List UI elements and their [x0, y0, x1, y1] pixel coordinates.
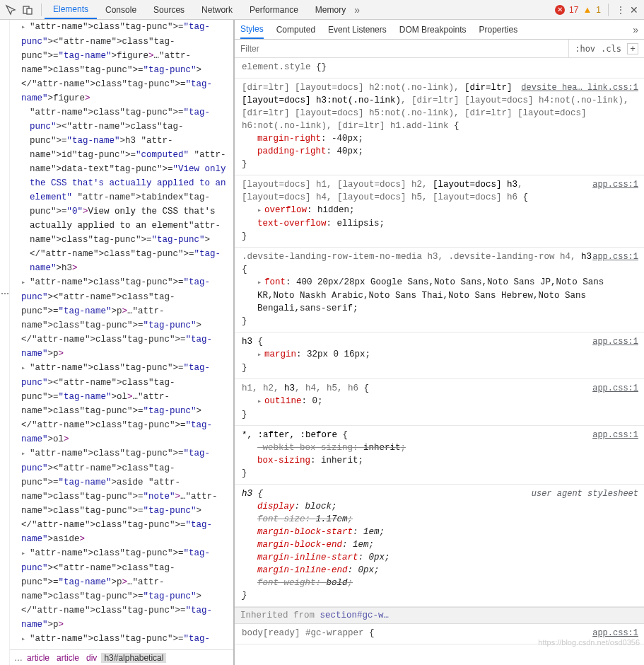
- cls-toggle[interactable]: .cls: [601, 44, 621, 54]
- warning-count[interactable]: 1: [596, 5, 601, 15]
- css-decl[interactable]: outline: 0;: [257, 395, 638, 408]
- css-source-link[interactable]: app.css:1: [592, 250, 638, 263]
- css-decl[interactable]: text-overflow: ellipsis;: [257, 217, 638, 230]
- crumb[interactable]: article: [54, 653, 82, 663]
- styles-list[interactable]: element.style {}devsite_hea…_link.css:1[…: [235, 58, 644, 665]
- inspect-icon[interactable]: [4, 4, 17, 16]
- css-source-link[interactable]: app.css:1: [592, 627, 638, 640]
- dom-node[interactable]: "attr-name">class"tag-punc">="tag-punc">…: [10, 361, 233, 446]
- stab-event-listeners[interactable]: Event Listeners: [328, 20, 387, 39]
- css-rule[interactable]: devsite_hea…_link.css:1[dir=ltr] [layout…: [235, 79, 644, 175]
- css-rule[interactable]: element.style {}: [235, 58, 644, 79]
- css-decl[interactable]: overflow: hidden;: [257, 204, 638, 217]
- stab-computed[interactable]: Computed: [276, 20, 315, 39]
- css-source-link[interactable]: app.css:1: [592, 335, 638, 348]
- css-source-link[interactable]: app.css:1: [592, 178, 638, 191]
- css-rule[interactable]: app.css:1h1, h2, h3, h4, h5, h6 {outline…: [235, 379, 644, 426]
- css-decl[interactable]: padding-right: 40px;: [257, 145, 638, 158]
- dom-node[interactable]: "attr-name">class"tag-punc">="tag-punc">…: [10, 275, 233, 361]
- css-decl[interactable]: -webkit-box-sizing: inherit;: [257, 441, 638, 454]
- css-rule[interactable]: user agent stylesheeth3 {display: block;…: [235, 485, 644, 607]
- css-rule[interactable]: app.css:1body[ready] #gc-wrapper {: [235, 624, 644, 644]
- tab-console[interactable]: Console: [97, 0, 145, 19]
- warning-icon[interactable]: ▲: [582, 4, 592, 15]
- device-toggle-icon[interactable]: [21, 4, 34, 16]
- elements-tree-pane: "attr-name">class"tag-punc">="tag-punc">…: [10, 20, 235, 665]
- css-decl[interactable]: margin: 32px 0 16px;: [257, 348, 638, 362]
- css-rule[interactable]: app.css:1[layout=docs] h1, [layout=docs]…: [235, 175, 644, 248]
- dom-overflow-icon[interactable]: ⋯: [1, 289, 9, 299]
- dom-node[interactable]: "attr-name">class"tag-punc">="tag-punc">…: [10, 632, 233, 649]
- css-rule[interactable]: app.css:1*, :after, :before {-webkit-box…: [235, 426, 644, 485]
- styles-filter-input[interactable]: [235, 40, 568, 57]
- menu-dots-icon[interactable]: ⋮: [616, 4, 626, 16]
- css-decl[interactable]: font: 400 20px/28px Google Sans,Noto San…: [257, 276, 638, 315]
- crumb[interactable]: div: [83, 653, 100, 663]
- css-source-link[interactable]: app.css:1: [592, 429, 638, 441]
- crumb-selected[interactable]: h3#alphabetical: [101, 653, 166, 663]
- css-decl[interactable]: box-sizing: inherit;: [257, 454, 638, 467]
- styles-tabs: Styles Computed Event Listeners DOM Brea…: [235, 20, 644, 40]
- crumb-ellipsis[interactable]: …: [14, 653, 23, 663]
- tab-network[interactable]: Network: [193, 0, 241, 19]
- tab-performance[interactable]: Performance: [241, 0, 307, 19]
- dom-node[interactable]: "attr-name">class"tag-punc">="tag-punc">…: [10, 105, 233, 275]
- styles-filter-row: :hov .cls +: [235, 40, 644, 58]
- tab-sources[interactable]: Sources: [145, 0, 193, 19]
- main-tabs: Elements Console Sources Network Perform…: [45, 0, 555, 19]
- inherited-from-bar: Inherited from section#gc-w…: [235, 607, 644, 624]
- error-count[interactable]: 17: [569, 5, 578, 15]
- crumb[interactable]: article: [24, 653, 52, 663]
- css-source-link[interactable]: user agent stylesheet: [532, 487, 638, 500]
- more-stabs-icon[interactable]: »: [633, 24, 638, 35]
- new-rule-button[interactable]: +: [627, 43, 638, 54]
- styles-pane: Styles Computed Event Listeners DOM Brea…: [235, 20, 644, 665]
- dom-node[interactable]: "attr-name">class"tag-punc">="tag-punc">…: [10, 20, 233, 105]
- error-count-icon[interactable]: ✕: [555, 5, 565, 15]
- stab-dom-breakpoints[interactable]: DOM Breakpoints: [399, 20, 467, 39]
- dom-node[interactable]: "attr-name">class"tag-punc">="tag-punc">…: [10, 546, 233, 632]
- css-decl[interactable]: margin-block-end: 1em;: [257, 538, 638, 551]
- css-decl[interactable]: font-size: 1.17em;: [257, 513, 638, 526]
- css-rule[interactable]: app.css:1.devsite-landing-row-item-no-me…: [235, 248, 644, 332]
- dom-tree[interactable]: "attr-name">class"tag-punc">="tag-punc">…: [10, 20, 233, 649]
- tab-elements[interactable]: Elements: [45, 0, 97, 19]
- css-decl[interactable]: margin-block-start: 1em;: [257, 526, 638, 538]
- css-source-link[interactable]: devsite_hea…_link.css:1: [521, 81, 638, 94]
- left-gutter: ⋯: [0, 20, 10, 665]
- more-tabs-icon[interactable]: »: [354, 4, 360, 16]
- dom-node[interactable]: "attr-name">class"tag-punc">="tag-punc">…: [10, 446, 233, 546]
- css-decl[interactable]: display: block;: [257, 500, 638, 513]
- css-decl[interactable]: margin-right: -40px;: [257, 132, 638, 145]
- css-source-link[interactable]: app.css:1: [592, 382, 638, 395]
- stab-properties[interactable]: Properties: [479, 20, 517, 39]
- css-decl[interactable]: margin-inline-end: 0px;: [257, 564, 638, 577]
- svg-rect-1: [27, 8, 32, 14]
- stab-styles[interactable]: Styles: [240, 20, 264, 39]
- css-decl[interactable]: font-weight: bold;: [257, 577, 638, 589]
- css-rule[interactable]: app.css:1h3 {margin: 32px 0 16px;}: [235, 332, 644, 379]
- css-decl[interactable]: margin-inline-start: 0px;: [257, 551, 638, 564]
- devtools-toolbar: Elements Console Sources Network Perform…: [0, 0, 644, 20]
- close-devtools-icon[interactable]: ✕: [630, 4, 638, 16]
- hov-toggle[interactable]: :hov: [575, 44, 595, 54]
- breadcrumb-bar[interactable]: … article article div h3#alphabetical: [10, 649, 233, 665]
- tab-memory[interactable]: Memory: [307, 0, 354, 19]
